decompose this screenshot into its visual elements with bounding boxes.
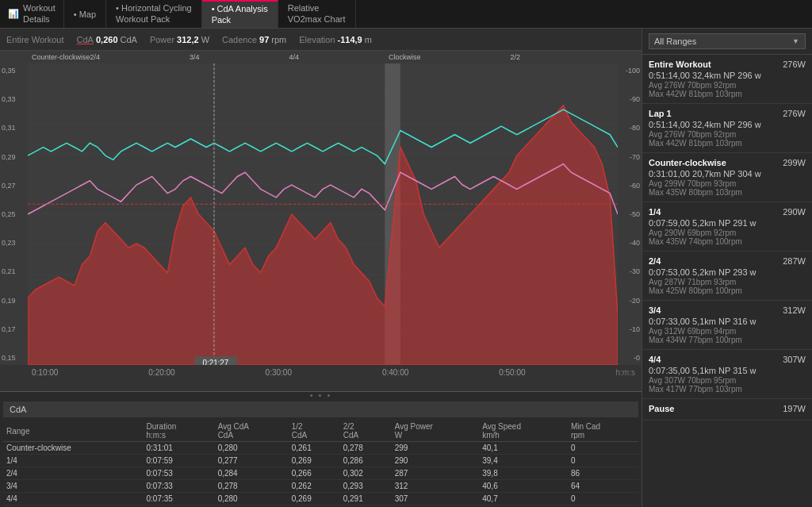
metric-cadence-unit: rpm [271, 35, 286, 44]
cell-range: 2/4 [3, 467, 144, 480]
range-select-wrapper: All Ranges Counter-clockwise Clockwise 1… [649, 33, 806, 49]
tab-relative-vo2max[interactable]: RelativeVO2max Chart [278, 0, 356, 28]
metric-cda: CdA 0,260 CdA [77, 35, 137, 44]
time-label-5: 0:50:00 [499, 368, 525, 377]
stat-row1: 0:51:14,00 32,4km NP 296 w [649, 71, 806, 80]
stat-row3: Max 435W 80bpm 103rpm [649, 188, 806, 197]
stat-name: Counter-clockwise [649, 158, 726, 167]
stat-section-quarter-1[interactable]: 1/4 290W 0:07:59,00 5,2km NP 291 w Avg 2… [642, 202, 812, 252]
cell-avg-cda: 0,280 [215, 493, 289, 505]
table-row: Counter-clockwise 0:31:01 0,280 0,261 0,… [3, 442, 638, 455]
stat-row3: Max 435W 74bpm 100rpm [649, 237, 806, 246]
cell-duration: 0:31:01 [144, 442, 215, 455]
metric-cadence-label: Cadence [222, 35, 257, 44]
table-row: 3/4 0:07:33 0,278 0,262 0,293 312 40,6 6… [3, 480, 638, 493]
time-label-4: 0:40:00 [382, 368, 408, 377]
stat-section-title: Counter-clockwise 299W [649, 158, 806, 167]
cell-avg-speed: 39,8 [479, 467, 568, 480]
metric-power-label: Power [150, 35, 174, 44]
main-layout: Entire Workout CdA 0,260 CdA Power 312,2… [0, 29, 812, 507]
chart-svg-container[interactable]: 0,35 0,33 0,31 0,29 0,27 0,25 0,23 0,21 … [0, 63, 642, 365]
col-range: Range [3, 421, 144, 442]
cell-range: 1/4 [3, 455, 144, 467]
col-avg-power: Avg PowerW [392, 421, 480, 442]
metric-cda-label: CdA [77, 35, 94, 44]
cell-half1: 0,269 [289, 455, 340, 467]
table-row: 4/4 0:07:35 0,280 0,269 0,291 307 40,7 0 [3, 493, 638, 505]
cell-avg-speed: 40,1 [479, 442, 568, 455]
cell-avg-speed: 40,6 [479, 480, 568, 493]
cell-min-cad: 64 [568, 480, 638, 493]
metric-cadence-value: 97 [259, 35, 269, 44]
stat-section-pause[interactable]: Pause 197W [642, 399, 812, 421]
cell-half2: 0,278 [340, 442, 392, 455]
stat-row2: Avg 276W 70bpm 92rpm [649, 81, 806, 90]
stat-row1: 0:31:01,00 20,7km NP 304 w [649, 169, 806, 179]
tab-label-cda: • CdA AnalysisPack [212, 4, 268, 25]
chart-area[interactable]: Counter-clockwise2/4 3/4 4/4 Clockwise 2… [0, 51, 642, 392]
cell-duration: 0:07:59 [144, 455, 215, 467]
tab-horizontal-cycling[interactable]: • Horizontal CyclingWorkout Pack [106, 0, 202, 28]
metric-workout: Entire Workout [6, 35, 64, 44]
stat-watts: 299W [783, 158, 806, 167]
stat-name: 2/4 [649, 256, 661, 266]
stat-watts: 197W [783, 404, 806, 413]
tab-icon-bar: 📊 [8, 9, 19, 19]
stat-row3: Max 442W 81bpm 103rpm [649, 90, 806, 98]
stat-section-quarter-4[interactable]: 4/4 307W 0:07:35,00 5,1km NP 315 w Avg 3… [642, 350, 812, 399]
stat-section-title: 2/4 287W [649, 256, 806, 266]
cell-half2: 0,302 [340, 467, 392, 480]
stat-watts: 276W [783, 109, 806, 118]
tab-cda-analysis[interactable]: • CdA AnalysisPack [202, 0, 278, 28]
section-label-counter: Counter-clockwise2/4 [32, 53, 100, 61]
stat-row3: Max 434W 77bpm 100rpm [649, 336, 806, 344]
cell-avg-speed: 40,7 [479, 493, 568, 505]
cell-min-cad: 0 [568, 442, 638, 455]
metric-cda-unit: CdA [121, 35, 137, 44]
stat-name: 3/4 [649, 305, 661, 315]
col-avg-cda: Avg CdACdA [215, 421, 289, 442]
stat-row2: Avg 307W 70bpm 95rpm [649, 376, 806, 385]
stat-section-counter-clockwise[interactable]: Counter-clockwise 299W 0:31:01,00 20,7km… [642, 153, 812, 202]
cell-avg-power: 307 [392, 493, 480, 505]
range-select[interactable]: All Ranges Counter-clockwise Clockwise 1… [649, 33, 806, 49]
stat-row1: 0:51:14,00 32,4km NP 296 w [649, 120, 806, 129]
metric-power-unit: W [201, 35, 209, 44]
cell-range: Counter-clockwise [3, 442, 144, 455]
cell-duration: 0:07:35 [144, 493, 215, 505]
stat-row2: Avg 299W 70bpm 93rpm [649, 179, 806, 188]
stat-section-quarter-2[interactable]: 2/4 287W 0:07:53,00 5,2km NP 293 w Avg 2… [642, 252, 812, 301]
stat-section-entire-workout[interactable]: Entire Workout 276W 0:51:14,00 32,4km NP… [642, 55, 812, 104]
y-axis-right: -100 -90 -80 -70 -60 -50 -40 -30 -20 -10… [618, 63, 642, 365]
cell-half2: 0,293 [340, 480, 392, 493]
tab-map[interactable]: • Map [64, 0, 106, 28]
stat-section-lap1[interactable]: Lap 1 276W 0:51:14,00 32,4km NP 296 w Av… [642, 104, 812, 153]
cell-half2: 0,291 [340, 493, 392, 505]
resize-handle[interactable]: • • • [0, 392, 642, 398]
stat-watts: 290W [783, 207, 806, 217]
stat-row3: Max 417W 77bpm 103rpm [649, 385, 806, 394]
stat-section-title: 3/4 312W [649, 305, 806, 315]
y-axis-left: 0,35 0,33 0,31 0,29 0,27 0,25 0,23 0,21 … [0, 63, 28, 365]
metric-power: Power 312,2 W [150, 35, 209, 44]
left-panel: Entire Workout CdA 0,260 CdA Power 312,2… [0, 29, 642, 507]
metric-elevation-value: -114,9 [338, 35, 362, 44]
stat-row1: 0:07:53,00 5,2km NP 293 w [649, 267, 806, 277]
svg-text:0:21:27: 0:21:27 [203, 359, 229, 365]
cell-duration: 0:07:53 [144, 467, 215, 480]
stat-watts: 307W [783, 355, 806, 364]
cell-min-cad: 0 [568, 493, 638, 505]
stat-row2: Avg 287W 71bpm 93rpm [649, 278, 806, 286]
stat-name: Pause [649, 404, 674, 413]
section-label-2-2: 2/2 [510, 53, 520, 61]
stat-name: Lap 1 [649, 109, 672, 118]
cell-avg-cda: 0,278 [215, 480, 289, 493]
cda-table: Range Durationh:m:s Avg CdACdA 1/2CdA 2/… [3, 421, 638, 507]
cell-avg-power: 290 [392, 455, 480, 467]
stat-row1: 0:07:59,00 5,2km NP 291 w [649, 218, 806, 228]
cell-half1: 0,261 [289, 442, 340, 455]
stat-section-quarter-3[interactable]: 3/4 312W 0:07:33,00 5,1km NP 316 w Avg 3… [642, 301, 812, 350]
tab-workout-details[interactable]: 📊 workout-details WorkoutDetails [0, 0, 64, 28]
metric-cda-value: 0,260 [96, 35, 118, 44]
stats-sections: Entire Workout 276W 0:51:14,00 32,4km NP… [642, 55, 812, 421]
